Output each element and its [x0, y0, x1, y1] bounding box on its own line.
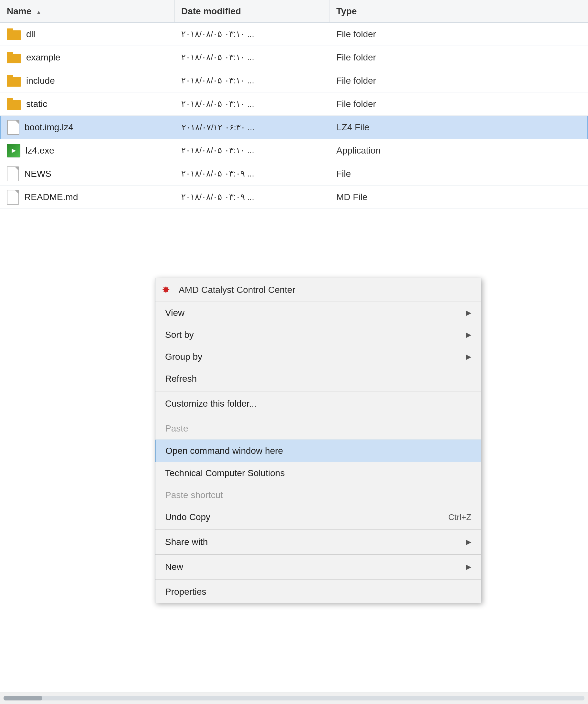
context-menu-item-paste-shortcut[interactable]: Paste shortcut — [155, 484, 481, 506]
folder-icon — [7, 52, 21, 63]
context-menu-item-share-with[interactable]: Share with ▶ — [155, 531, 481, 553]
context-menu-item-view[interactable]: View ▶ — [155, 302, 481, 324]
menu-item-label: Paste shortcut — [165, 490, 471, 501]
menu-separator — [155, 391, 481, 392]
menu-item-label: New — [165, 562, 466, 572]
menu-item-label: Sort by — [165, 330, 466, 340]
file-date-cell: ۲۰۱۸/۰۸/۰۵ ۰۳:۱۰ ... — [175, 145, 330, 156]
context-menu-item-properties[interactable]: Properties — [155, 581, 481, 603]
context-menu: ✸ AMD Catalyst Control Center View ▶ Sor… — [155, 278, 481, 603]
file-type-cell: File — [330, 169, 588, 179]
file-type-cell: File folder — [330, 99, 588, 109]
menu-item-label: Group by — [165, 352, 466, 362]
list-item[interactable]: example ۲۰۱۸/۰۸/۰۵ ۰۳:۱۰ ... File folder — [0, 46, 588, 69]
context-menu-item-technical-computer-solutions[interactable]: Technical Computer Solutions — [155, 462, 481, 484]
menu-item-label: Paste — [165, 423, 471, 434]
submenu-arrow-icon: ▶ — [466, 353, 471, 361]
folder-icon — [7, 75, 21, 86]
menu-item-label: View — [165, 308, 466, 318]
file-name-cell: static — [0, 98, 175, 110]
file-type-cell: Application — [330, 145, 588, 156]
file-list: dll ۲۰۱۸/۰۸/۰۵ ۰۳:۱۰ ... File folder exa… — [0, 22, 588, 209]
amd-catalyst-icon: ✸ — [162, 284, 174, 296]
context-menu-item-paste[interactable]: Paste — [155, 418, 481, 439]
file-icon — [7, 190, 19, 204]
list-item[interactable]: ▶ lz4.exe ۲۰۱۸/۰۸/۰۵ ۰۳:۱۰ ... Applicati… — [0, 139, 588, 162]
folder-icon — [7, 28, 21, 40]
file-name-cell: example — [0, 52, 175, 63]
list-item[interactable]: dll ۲۰۱۸/۰۸/۰۵ ۰۳:۱۰ ... File folder — [0, 22, 588, 46]
file-date-cell: ۲۰۱۸/۰۸/۰۵ ۰۳:۱۰ ... — [175, 99, 330, 109]
file-type-cell: File folder — [330, 29, 588, 40]
file-name-label: NEWS — [24, 169, 51, 179]
menu-separator — [155, 416, 481, 416]
file-name-label: include — [26, 76, 55, 86]
file-name-cell: include — [0, 75, 175, 86]
scrollbar-thumb[interactable] — [4, 696, 42, 700]
file-date-cell: ۲۰۱۸/۰۸/۰۵ ۰۳:۱۰ ... — [175, 76, 330, 86]
file-icon — [7, 167, 19, 181]
file-type-cell: LZ4 File — [330, 122, 587, 132]
submenu-arrow-icon: ▶ — [466, 309, 471, 317]
context-menu-item-refresh[interactable]: Refresh — [155, 368, 481, 390]
menu-item-label: Undo Copy — [165, 512, 448, 522]
file-icon — [7, 120, 19, 135]
column-date-modified[interactable]: Date modified — [175, 0, 330, 22]
file-date-cell: ۲۰۱۸/۰۸/۰۵ ۰۳:۱۰ ... — [175, 52, 330, 62]
context-menu-header-label: AMD Catalyst Control Center — [179, 285, 295, 295]
submenu-arrow-icon: ▶ — [466, 538, 471, 546]
file-type-cell: MD File — [330, 192, 588, 202]
file-date-cell: ۲۰۱۸/۰۸/۰۵ ۰۳:۰۹ ... — [175, 192, 330, 202]
context-menu-item-undo-copy[interactable]: Undo Copy Ctrl+Z — [155, 506, 481, 528]
submenu-arrow-icon: ▶ — [466, 563, 471, 571]
file-name-cell: boot.img.lz4 — [1, 120, 175, 135]
menu-separator — [155, 529, 481, 530]
file-name-label: static — [26, 99, 47, 109]
app-icon: ▶ — [7, 144, 20, 158]
file-date-cell: ۲۰۱۸/۰۸/۰۵ ۰۳:۱۰ ... — [175, 29, 330, 39]
file-name-label: dll — [26, 29, 35, 40]
folder-icon — [7, 98, 21, 110]
file-date-cell: ۲۰۱۸/۰۸/۰۵ ۰۳:۰۹ ... — [175, 169, 330, 179]
horizontal-scrollbar[interactable] — [0, 692, 588, 704]
file-name-cell: README.md — [0, 190, 175, 204]
file-name-label: example — [26, 52, 60, 63]
file-date-cell: ۲۰۱۸/۰۷/۱۲ ۰۶:۳۰ ... — [175, 122, 330, 132]
file-name-cell: dll — [0, 28, 175, 40]
explorer-header: Name ▲ Date modified Type — [0, 0, 588, 22]
context-menu-item-open-command-window[interactable]: Open command window here — [155, 439, 481, 462]
file-name-label: boot.img.lz4 — [24, 122, 73, 132]
context-menu-header: ✸ AMD Catalyst Control Center — [155, 278, 481, 302]
file-type-cell: File folder — [330, 76, 588, 86]
list-item[interactable]: README.md ۲۰۱۸/۰۸/۰۵ ۰۳:۰۹ ... MD File — [0, 185, 588, 209]
list-item[interactable]: include ۲۰۱۸/۰۸/۰۵ ۰۳:۱۰ ... File folder — [0, 69, 588, 93]
menu-item-label: Technical Computer Solutions — [165, 468, 471, 478]
menu-item-label: Refresh — [165, 374, 471, 384]
menu-item-label: Properties — [165, 587, 471, 597]
menu-item-shortcut: Ctrl+Z — [448, 512, 472, 522]
list-item[interactable]: NEWS ۲۰۱۸/۰۸/۰۵ ۰۳:۰۹ ... File — [0, 162, 588, 185]
file-name-label: README.md — [24, 192, 78, 202]
file-name-cell: NEWS — [0, 167, 175, 181]
scrollbar-track[interactable] — [4, 696, 584, 700]
file-name-cell: ▶ lz4.exe — [0, 144, 175, 158]
file-name-label: lz4.exe — [25, 145, 54, 156]
sort-arrow-icon: ▲ — [36, 9, 42, 16]
file-type-cell: File folder — [330, 52, 588, 63]
context-menu-item-customize-folder[interactable]: Customize this folder... — [155, 393, 481, 415]
menu-item-label: Open command window here — [166, 446, 471, 456]
list-item[interactable]: static ۲۰۱۸/۰۸/۰۵ ۰۳:۱۰ ... File folder — [0, 93, 588, 116]
column-type[interactable]: Type — [330, 0, 588, 22]
menu-item-label: Customize this folder... — [165, 399, 471, 409]
menu-item-label: Share with — [165, 537, 466, 547]
menu-separator — [155, 579, 481, 580]
context-menu-item-new[interactable]: New ▶ — [155, 556, 481, 578]
submenu-arrow-icon: ▶ — [466, 331, 471, 339]
list-item[interactable]: boot.img.lz4 ۲۰۱۸/۰۷/۱۲ ۰۶:۳۰ ... LZ4 Fi… — [0, 116, 588, 139]
menu-separator — [155, 554, 481, 555]
context-menu-item-group-by[interactable]: Group by ▶ — [155, 346, 481, 368]
context-menu-item-sort-by[interactable]: Sort by ▶ — [155, 324, 481, 346]
column-name[interactable]: Name ▲ — [0, 0, 175, 22]
